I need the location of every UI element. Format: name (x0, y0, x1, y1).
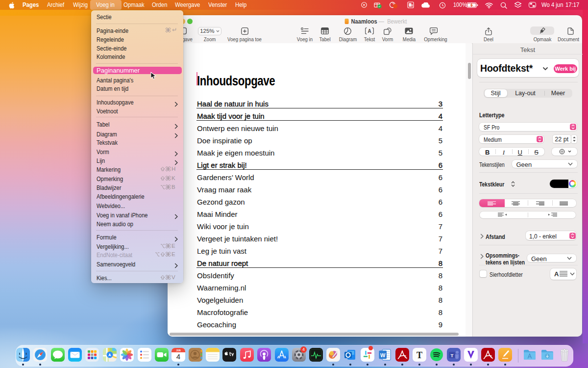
svg-text:E: E (172, 252, 175, 257)
svg-text:T: T (416, 350, 422, 360)
svg-text:B: B (172, 184, 175, 190)
svg-text:A: A (368, 28, 371, 34)
svg-text:4: 4 (176, 352, 180, 361)
svg-text:JUN: JUN (176, 349, 181, 352)
svg-text:A: A (554, 270, 559, 277)
svg-text:T: T (451, 353, 454, 358)
svg-text:H: H (172, 166, 175, 172)
svg-text:E: E (172, 243, 175, 249)
svg-text:W: W (380, 352, 386, 358)
svg-text:V: V (172, 275, 175, 280)
svg-text:K: K (172, 176, 175, 181)
